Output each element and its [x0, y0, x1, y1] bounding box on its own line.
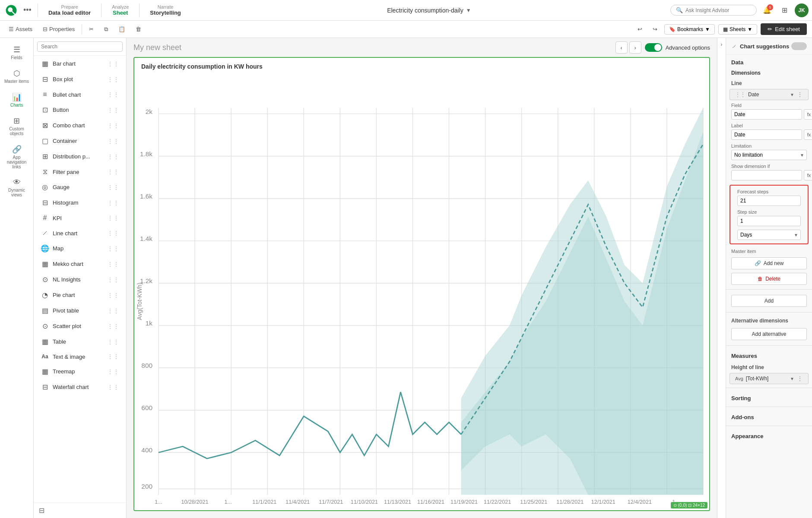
- chart-item-treemap[interactable]: ▦ Treemap ⋮⋮: [35, 364, 124, 379]
- add-new-button[interactable]: 🔗 Add new: [731, 257, 807, 269]
- chart-item-waterfall-chart[interactable]: ⊟ Waterfall chart ⋮⋮: [35, 379, 124, 395]
- step-size-input[interactable]: [737, 216, 801, 226]
- mekko-chart-drag-icon[interactable]: ⋮⋮: [107, 261, 119, 268]
- properties-button[interactable]: ⊟ Properties: [39, 24, 78, 34]
- sidebar-item-custom-objects[interactable]: ⊞ Custom objects: [2, 113, 32, 139]
- dimension-date-item[interactable]: ⋮⋮ Date ▼ ⋮: [730, 89, 809, 100]
- pie-chart-drag-icon[interactable]: ⋮⋮: [107, 292, 119, 299]
- chart-item-distribution-p[interactable]: ⊞ Distribution p... ⋮⋮: [35, 149, 124, 164]
- show-dimension-if-fx-button[interactable]: fx: [804, 170, 812, 180]
- box-plot-drag-icon[interactable]: ⋮⋮: [107, 76, 119, 83]
- chart-item-filter-pane[interactable]: ⧖ Filter pane ⋮⋮: [35, 164, 124, 179]
- chart-suggestions-collapse[interactable]: ›: [717, 38, 726, 518]
- chart-item-pie-chart[interactable]: ◔ Pie chart ⋮⋮: [35, 287, 124, 303]
- chart-item-mekko-chart[interactable]: ▦ Mekko chart ⋮⋮: [35, 256, 124, 272]
- waterfall-chart-drag-icon[interactable]: ⋮⋮: [107, 384, 119, 391]
- nav-analyze[interactable]: Analyze Sheet: [105, 3, 136, 18]
- step-unit-select[interactable]: Days: [737, 230, 801, 240]
- scatter-plot-drag-icon[interactable]: ⋮⋮: [107, 323, 119, 330]
- chart-item-container[interactable]: ▢ Container ⋮⋮: [35, 133, 124, 148]
- search-input[interactable]: [685, 7, 750, 13]
- measure-avg-item[interactable]: Avg [Tot-KWh] ▼ ⋮: [730, 373, 809, 384]
- add-alternative-button[interactable]: Add alternative: [731, 328, 807, 340]
- sheet-next-button[interactable]: ›: [629, 41, 641, 54]
- redo-button[interactable]: ↪: [649, 24, 661, 34]
- nav-prepare[interactable]: Prepare Data load editor: [41, 3, 98, 18]
- dimension-chevron-icon[interactable]: ▼: [790, 92, 794, 97]
- show-dimension-if-input[interactable]: [731, 170, 802, 180]
- grid-icon[interactable]: ⊞: [777, 3, 791, 17]
- bottom-nav-icon[interactable]: ⊟: [39, 507, 44, 514]
- table-drag-icon[interactable]: ⋮⋮: [107, 338, 119, 345]
- dimension-drag-icon[interactable]: ⋮⋮: [735, 92, 745, 98]
- distribution-p-drag-icon[interactable]: ⋮⋮: [107, 153, 119, 160]
- edit-sheet-button[interactable]: ✏ Edit sheet: [761, 23, 807, 35]
- nav-narrate[interactable]: Narrate Storytelling: [143, 3, 188, 18]
- notifications-button[interactable]: 🔔 5: [760, 3, 774, 17]
- chart-item-bar-chart[interactable]: ▦ Bar chart ⋮⋮: [35, 56, 124, 71]
- bookmarks-button[interactable]: 🔖 Bookmarks ▼: [664, 24, 715, 35]
- copy-button[interactable]: ⧉: [101, 24, 111, 35]
- combo-chart-drag-icon[interactable]: ⋮⋮: [107, 122, 119, 129]
- sidebar-item-master-items[interactable]: ⬡ Master items: [2, 65, 32, 87]
- chart-item-text-image[interactable]: Aa Text & image ⋮⋮: [35, 350, 124, 363]
- nav-more-icon[interactable]: •••: [21, 4, 34, 16]
- gauge-drag-icon[interactable]: ⋮⋮: [107, 184, 119, 191]
- chart-item-kpi[interactable]: # KPI ⋮⋮: [35, 211, 124, 225]
- limitation-select[interactable]: No limitation: [731, 150, 807, 160]
- chart-item-scatter-plot[interactable]: ⊙ Scatter plot ⋮⋮: [35, 319, 124, 334]
- chart-item-bullet-chart[interactable]: ≡ Bullet chart ⋮⋮: [35, 87, 124, 102]
- dimension-dots-icon[interactable]: ⋮: [797, 91, 803, 98]
- pivot-table-drag-icon[interactable]: ⋮⋮: [107, 307, 119, 314]
- chart-item-gauge[interactable]: ◎ Gauge ⋮⋮: [35, 180, 124, 195]
- cut-button[interactable]: ✂: [86, 24, 97, 34]
- text-image-drag-icon[interactable]: ⋮⋮: [107, 353, 119, 360]
- kpi-drag-icon[interactable]: ⋮⋮: [107, 215, 119, 221]
- chart-item-map[interactable]: 🌐 Map ⋮⋮: [35, 241, 124, 256]
- filter-pane-drag-icon[interactable]: ⋮⋮: [107, 168, 119, 175]
- histogram-drag-icon[interactable]: ⋮⋮: [107, 199, 119, 206]
- chart-item-nl-insights[interactable]: ⊙ NL Insights ⋮⋮: [35, 272, 124, 287]
- undo-button[interactable]: ↩: [634, 24, 646, 34]
- bullet-chart-drag-icon[interactable]: ⋮⋮: [107, 91, 119, 98]
- container-drag-icon[interactable]: ⋮⋮: [107, 138, 119, 145]
- map-drag-icon[interactable]: ⋮⋮: [107, 245, 119, 252]
- chart-item-histogram[interactable]: ⊟ Histogram ⋮⋮: [35, 195, 124, 210]
- chart-item-pivot-table[interactable]: ▤ Pivot table ⋮⋮: [35, 303, 124, 318]
- sidebar-item-charts[interactable]: 📊 Charts: [2, 89, 32, 111]
- sidebar-item-fields[interactable]: ☰ Fields: [2, 41, 32, 63]
- insight-advisor-search[interactable]: 🔍: [670, 5, 757, 16]
- advanced-options-toggle[interactable]: Advanced options: [645, 43, 710, 52]
- sheets-button[interactable]: ▦ Sheets ▼: [718, 24, 757, 35]
- add-dimension-button[interactable]: Add: [731, 295, 807, 307]
- field-input[interactable]: [731, 109, 802, 120]
- nl-insights-drag-icon[interactable]: ⋮⋮: [107, 276, 119, 283]
- bar-chart-drag-icon[interactable]: ⋮⋮: [107, 60, 119, 67]
- paste-button[interactable]: 📋: [115, 24, 129, 34]
- chart-item-table[interactable]: ▦ Table ⋮⋮: [35, 334, 124, 349]
- treemap-drag-icon[interactable]: ⋮⋮: [107, 368, 119, 375]
- chart-item-box-plot[interactable]: ⊟ Box plot ⋮⋮: [35, 72, 124, 87]
- advanced-options-toggle-switch[interactable]: [645, 43, 662, 52]
- charts-search-input[interactable]: [37, 41, 123, 52]
- delete-button[interactable]: 🗑: [132, 24, 145, 34]
- app-title[interactable]: Electricity consumption-daily ▼: [190, 7, 669, 14]
- measure-chevron-icon[interactable]: ▼: [790, 376, 794, 381]
- delete-button[interactable]: 🗑 Delete: [731, 273, 807, 285]
- chart-item-line-chart[interactable]: ⟋ Line chart ⋮⋮: [35, 226, 124, 240]
- line-chart-drag-icon[interactable]: ⋮⋮: [107, 230, 119, 237]
- label-input[interactable]: [731, 130, 802, 140]
- field-fx-button[interactable]: fx: [804, 109, 812, 120]
- label-fx-button[interactable]: fx: [804, 130, 812, 140]
- chart-item-combo-chart[interactable]: ⊠ Combo chart ⋮⋮: [35, 118, 124, 133]
- assets-button[interactable]: ☰ Assets: [5, 24, 36, 34]
- sheet-prev-button[interactable]: ‹: [615, 41, 628, 54]
- sidebar-item-app-nav-links[interactable]: 🔗 App navigation links: [2, 141, 32, 173]
- button-drag-icon[interactable]: ⋮⋮: [107, 107, 119, 114]
- user-avatar[interactable]: JK: [795, 3, 809, 17]
- forecast-steps-input[interactable]: [737, 196, 801, 206]
- chart-suggestions-toggle[interactable]: [791, 42, 807, 50]
- chart-item-button[interactable]: ⊡ Button ⋮⋮: [35, 102, 124, 117]
- measure-dots-icon[interactable]: ⋮: [797, 375, 803, 382]
- qlik-logo[interactable]: [3, 3, 19, 18]
